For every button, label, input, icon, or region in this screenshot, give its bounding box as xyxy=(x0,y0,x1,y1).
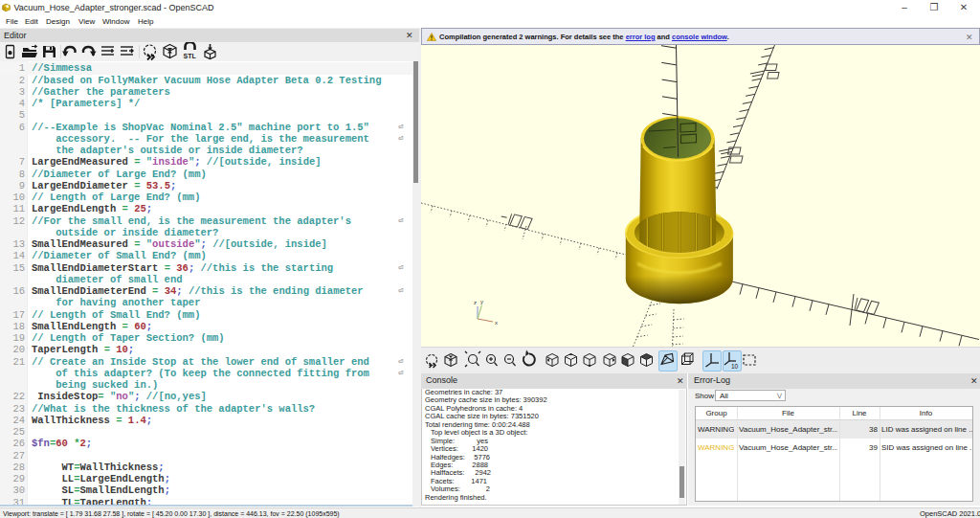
svg-text:STL: STL xyxy=(184,53,197,59)
svg-text:10: 10 xyxy=(731,363,739,370)
svg-text:z: z xyxy=(474,300,477,305)
svg-text:y: y xyxy=(480,299,483,304)
svg-text:x: x xyxy=(495,320,498,326)
